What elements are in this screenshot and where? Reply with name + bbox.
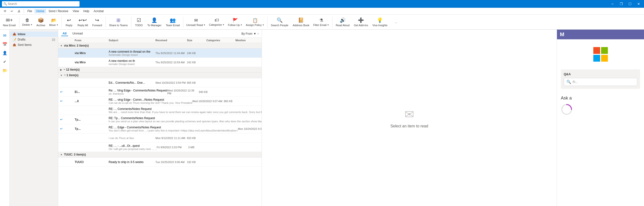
table-row[interactable]: ↵ Tp... RE: ... Edge - Comments/Notes Re… xyxy=(58,124,262,133)
table-row[interactable]: ↵ ...ll RE: ... ving Edge - Comm.../Note… xyxy=(58,97,262,106)
viva-insights-button[interactable]: 💡 Viva Insights xyxy=(370,15,390,29)
sort-by-from[interactable]: By From ▼ ↑ xyxy=(242,32,259,36)
email-list-columns: From Subject Received Size Categories Me… xyxy=(58,38,262,43)
table-row[interactable]: I can do Thurs at 9an- Mon 9/12/2022 11:… xyxy=(58,133,262,143)
menu-view[interactable]: View xyxy=(71,9,81,13)
email-subject-col: Ready to ship in 3-5 weeks xyxy=(109,160,156,164)
right-panel: M Q&A 🔍 Ask a xyxy=(557,30,644,206)
get-add-ins-button[interactable]: ➕ Get Add-Ins xyxy=(352,15,370,29)
categorize-button[interactable]: 🏷 Categorize▼ xyxy=(208,15,226,29)
share-teams-button[interactable]: ⊞ Share to Teams xyxy=(107,15,130,29)
group-expand-icon: ▼ xyxy=(60,44,62,47)
sidebar-icon-tasks[interactable]: ✔ xyxy=(1,58,9,66)
team-email-button[interactable]: 👥 Team Email xyxy=(164,15,182,29)
svg-rect-1 xyxy=(601,47,608,54)
col-mention[interactable]: Mention xyxy=(236,39,255,42)
filter-search-icon: 🔍 xyxy=(566,80,571,84)
share-teams-label: Share to Teams xyxy=(109,24,128,27)
reply-all-button[interactable]: ↩↩ Reply All xyxy=(76,15,90,29)
assign-policy-button[interactable]: 📋 Assign Policy▼ xyxy=(244,15,266,29)
group-header-collapsed[interactable]: ▶ ~ 12 item(s) xyxy=(58,67,262,73)
forward-button[interactable]: ↪ Forward xyxy=(90,15,104,29)
close-button[interactable]: ✕ xyxy=(635,1,642,7)
email-preview: nematic Design board xyxy=(109,63,156,66)
email-subject-col: I can do Thurs at 9an- xyxy=(109,137,156,139)
team-email-label: Team Email xyxy=(166,24,180,27)
sidebar-icon-calendar[interactable]: 📅 xyxy=(1,40,9,48)
group-header-miro[interactable]: ▼ via Miro: 2 item(s) xyxy=(58,43,262,49)
col-subject[interactable]: Subject xyxy=(109,39,156,42)
email-preview: I can do Thurs at 9an- xyxy=(109,137,156,139)
reply-all-icon: ↩↩ xyxy=(78,17,87,23)
filter-email-button[interactable]: ⚗ Filter Email▼ xyxy=(312,15,331,29)
minimize-button[interactable]: ─ xyxy=(609,1,616,7)
menu-send-receive[interactable]: Send / Receive xyxy=(46,9,70,13)
email-received: Mon 9/12/2022 11:11 AM xyxy=(156,137,187,139)
search-bar[interactable]: 🔍 xyxy=(2,1,80,7)
email-preview: Schematic Design board xyxy=(109,53,156,56)
menu-home[interactable]: Home xyxy=(34,9,46,13)
table-row[interactable]: via Miro A new mention on th nematic Des… xyxy=(58,58,262,67)
table-row[interactable]: ↵ Tp... RE: Tp... Comments/Notes Request… xyxy=(58,115,262,124)
quick-access-undo[interactable]: ↩ xyxy=(9,9,15,13)
email-list-body: ▼ via Miro: 2 item(s) via Miro A new com… xyxy=(58,43,262,206)
read-aloud-button[interactable]: 🔊 Read Aloud xyxy=(334,15,352,29)
quick-access-print[interactable]: 🖨 xyxy=(16,9,22,13)
filter-box[interactable]: 🔍 xyxy=(564,78,637,86)
restore-button[interactable]: ❐ xyxy=(618,1,624,7)
table-row[interactable]: via Miro A new comment in thread on the … xyxy=(58,49,262,58)
folder-drafts[interactable]: 📝 Drafts [2] xyxy=(10,37,58,42)
menu-help[interactable]: Help xyxy=(82,9,92,13)
follow-up-button[interactable]: 🚩 Follow Up▼ xyxy=(226,15,244,29)
get-add-ins-label: Get Add-Ins xyxy=(354,24,368,27)
archive-button[interactable]: 📦 Archive xyxy=(34,15,47,29)
group-expand-icon: ▼ xyxy=(60,74,62,77)
address-book-button[interactable]: 📔 Address Book xyxy=(291,15,311,29)
col-received[interactable]: Received xyxy=(156,39,187,42)
group-header-expanded2[interactable]: ▼ ~ 1 item(s) xyxy=(58,73,262,78)
reply-button[interactable]: ↩ Reply xyxy=(63,15,75,29)
menu-file[interactable]: File xyxy=(26,9,34,13)
move-button[interactable]: 📂 Move▼ xyxy=(48,15,60,29)
new-email-button[interactable]: ✉+ New Email xyxy=(1,15,18,29)
qa-label: Q&A xyxy=(564,72,637,76)
table-row[interactable]: RE: ... Comments/Notes Request We are ..… xyxy=(58,106,262,115)
folder-inbox[interactable]: 📥 Inbox xyxy=(10,32,58,37)
quick-access-refresh[interactable]: ⟳ xyxy=(2,9,8,13)
maximize-button[interactable]: ☐ xyxy=(626,1,633,7)
delete-button[interactable]: 🗑 Delete▼ xyxy=(21,15,34,29)
new-email-label: New Email xyxy=(3,24,16,27)
todo-button[interactable]: ☑ TODO xyxy=(133,15,145,29)
categorize-arrow: ▼ xyxy=(222,24,224,26)
col-categories[interactable]: Categories xyxy=(206,39,236,42)
search-input[interactable] xyxy=(2,1,80,7)
folder-sent[interactable]: 📤 Sent Items xyxy=(10,42,58,48)
table-row[interactable]: TUUCI Ready to ship in 3-5 weeks Tue 10/… xyxy=(58,157,262,167)
tab-unread[interactable]: Unread xyxy=(71,31,84,36)
unread-read-button[interactable]: ✉ Unread/ Read▼ xyxy=(185,15,207,29)
email-subject: A new comment in thread on the xyxy=(109,50,156,53)
todo-icon: ☑ xyxy=(137,17,141,23)
sent-label: Sent Items xyxy=(18,43,32,47)
table-row[interactable]: Ed... Comments/No... Doe... Wed 10/26/20… xyxy=(58,78,262,87)
search-people-button[interactable]: 🔍 Search People xyxy=(269,15,290,29)
email-subject: Re: ... Ving Edge - Comments/Notes Reque… xyxy=(109,89,167,92)
col-size[interactable]: Size xyxy=(187,39,206,42)
new-email-icon: ✉+ xyxy=(6,17,13,23)
table-row[interactable]: RE: ... - ...ull...Or...quest Ok I will … xyxy=(58,143,262,152)
tab-all[interactable]: All xyxy=(61,31,68,36)
menu-acrobat[interactable]: Acrobat xyxy=(92,9,106,13)
reply-icon: ↵ xyxy=(60,127,63,131)
ribbon-sep-1 xyxy=(19,17,20,28)
col-from[interactable]: From xyxy=(75,39,109,42)
sidebar-icon-folders[interactable]: 📁 xyxy=(1,67,9,74)
to-manager-button[interactable]: 👤 To Manager xyxy=(146,15,164,29)
group-header-tuuc[interactable]: ▼ TUUC: 3 item(s) xyxy=(58,152,262,157)
sidebar-icon-mail[interactable]: ✉ xyxy=(1,32,9,39)
sidebar-icon-people[interactable]: 👤 xyxy=(1,49,9,57)
filter-input[interactable] xyxy=(573,80,634,84)
categorize-label: Categorize xyxy=(209,23,222,26)
group-expand-icon: ▶ xyxy=(60,68,62,71)
more-button[interactable]: ... xyxy=(390,15,402,29)
table-row[interactable]: ↵ El... Re: ... Ving Edge - Comments/Not… xyxy=(58,87,262,97)
